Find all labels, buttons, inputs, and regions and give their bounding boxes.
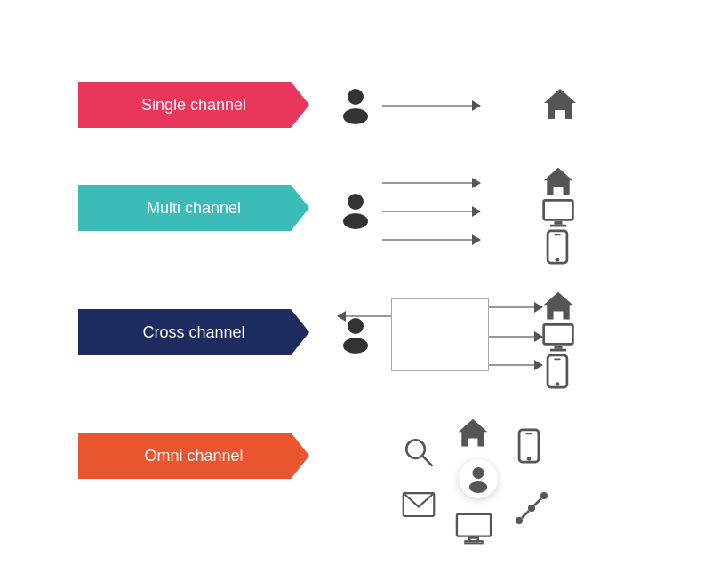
svg-rect-32 [465, 541, 482, 544]
home-single [540, 85, 580, 124]
svg-point-10 [556, 258, 560, 262]
home-multi [540, 164, 576, 200]
banner-omni-label: Omni channel [144, 447, 243, 465]
arrow-cross-1 [489, 306, 542, 308]
person-omni [464, 465, 492, 493]
svg-line-28 [422, 456, 432, 465]
cross-box [391, 298, 489, 371]
network-omni [510, 487, 553, 529]
svg-point-27 [406, 440, 425, 458]
arrow-cross-2 [489, 336, 542, 338]
svg-point-4 [343, 213, 368, 229]
arrow-multi-1 [382, 182, 480, 184]
svg-rect-6 [544, 200, 573, 219]
svg-point-0 [348, 89, 364, 105]
arrow-cross-back [338, 315, 391, 317]
svg-point-35 [528, 505, 535, 512]
banner-multi: Multi channel [78, 185, 309, 231]
svg-line-37 [534, 498, 541, 505]
banner-omni: Omni channel [78, 433, 309, 479]
arrow-multi-3 [382, 239, 480, 241]
svg-rect-30 [457, 514, 491, 536]
svg-point-34 [540, 492, 548, 499]
svg-rect-20 [554, 358, 560, 360]
banner-single: Single channel [78, 82, 309, 128]
banner-multi-label: Multi channel [147, 199, 241, 218]
phone-omni [514, 428, 544, 464]
monitor-cross [540, 320, 576, 355]
svg-rect-26 [525, 433, 532, 434]
svg-point-13 [343, 338, 368, 354]
arrow-cross-3 [489, 364, 542, 366]
monitor-multi [540, 195, 576, 231]
banner-cross-label: Cross channel [142, 323, 244, 342]
svg-point-22 [469, 481, 487, 493]
omni-center [459, 459, 498, 498]
svg-point-33 [516, 517, 523, 524]
svg-point-12 [348, 318, 364, 334]
svg-marker-5 [544, 168, 573, 195]
phone-multi [542, 229, 572, 265]
phone-cross [542, 354, 572, 389]
home-cross [540, 289, 576, 324]
svg-marker-23 [459, 419, 488, 447]
svg-rect-11 [554, 234, 560, 235]
home-omni [455, 416, 491, 451]
person-single [336, 85, 375, 124]
banner-single-label: Single channel [141, 96, 246, 115]
person-multi [336, 190, 375, 229]
search-omni [402, 435, 436, 469]
arrow-multi-2 [382, 211, 480, 212]
arrow-single [382, 105, 480, 107]
svg-line-36 [522, 511, 529, 518]
svg-marker-14 [544, 292, 573, 320]
svg-point-1 [343, 108, 368, 124]
banner-cross: Cross channel [78, 309, 309, 355]
svg-rect-15 [544, 324, 573, 344]
email-omni [402, 491, 436, 518]
monitor-omni [455, 512, 492, 545]
svg-rect-17 [550, 349, 566, 352]
svg-rect-8 [550, 225, 566, 227]
svg-point-3 [348, 194, 364, 210]
svg-rect-16 [554, 346, 562, 349]
svg-rect-7 [554, 221, 562, 225]
svg-point-21 [472, 467, 484, 479]
svg-point-25 [527, 457, 532, 461]
svg-marker-2 [544, 89, 576, 119]
diagram: Single channel Multi channel Cross [0, 0, 720, 588]
svg-point-19 [556, 382, 560, 386]
